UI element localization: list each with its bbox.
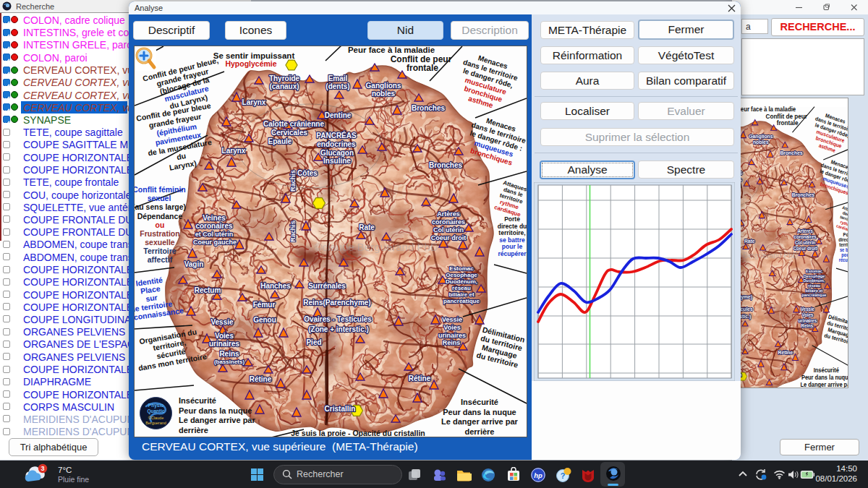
svg-text:hp: hp [534, 471, 542, 479]
svg-text:3: 3 [41, 465, 44, 472]
